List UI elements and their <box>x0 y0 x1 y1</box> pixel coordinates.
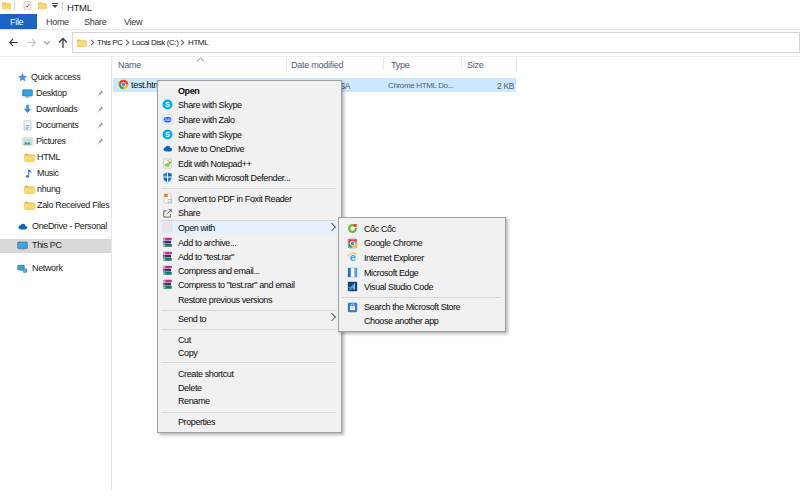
svg-text:S: S <box>165 101 170 108</box>
svg-text:Zalo: Zalo <box>164 118 171 122</box>
svg-text:S: S <box>165 131 170 138</box>
